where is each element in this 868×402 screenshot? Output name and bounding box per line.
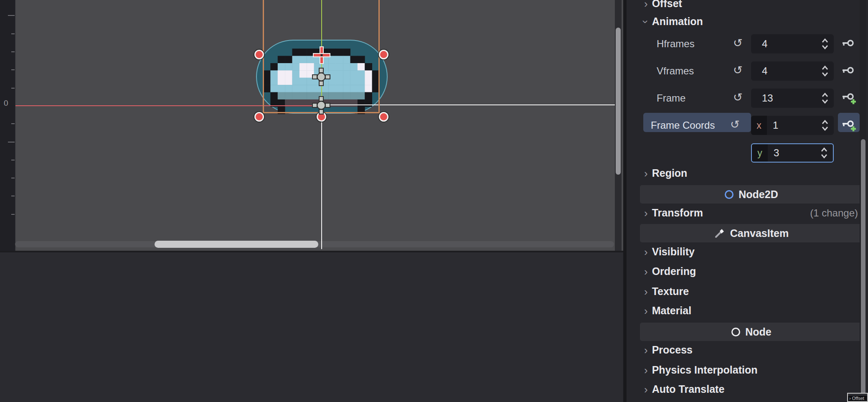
vframes-value-field[interactable]: 4 bbox=[751, 61, 834, 81]
property-row-frame: Frame ↺ 13 bbox=[627, 89, 868, 108]
floating-tooltip: › Offset bbox=[847, 393, 868, 402]
vertical-ruler: 0 bbox=[0, 0, 15, 251]
section-process-label: Process bbox=[652, 344, 693, 356]
handle-bottom-left[interactable] bbox=[254, 112, 264, 122]
section-region-label: Region bbox=[652, 167, 688, 179]
section-texture[interactable]: › Texture bbox=[644, 285, 689, 298]
ruler-tick bbox=[11, 123, 15, 124]
key-icon[interactable] bbox=[841, 65, 855, 77]
viewport-hscrollbar-thumb[interactable] bbox=[155, 241, 318, 248]
viewport-vscrollbar-thumb[interactable] bbox=[616, 28, 621, 175]
node-icon bbox=[731, 328, 740, 336]
revert-icon[interactable]: ↺ bbox=[733, 91, 743, 104]
brush-icon bbox=[714, 228, 725, 239]
ruler-tick bbox=[11, 196, 15, 196]
key-insert-icon[interactable] bbox=[841, 120, 856, 135]
key-icon[interactable] bbox=[841, 38, 855, 50]
section-transform[interactable]: › Transform (1 change) bbox=[644, 207, 858, 219]
chevron-right-icon: › bbox=[644, 365, 648, 376]
stepper-icon[interactable] bbox=[821, 92, 829, 104]
chevron-right-icon: › bbox=[644, 345, 648, 356]
property-label: Frame Coords bbox=[651, 120, 715, 131]
handle-left-mid[interactable] bbox=[254, 50, 264, 59]
revert-icon[interactable]: ↺ bbox=[733, 36, 743, 50]
transform-change-count: (1 change) bbox=[810, 207, 858, 219]
property-row-vframes: Vframes ↺ 4 bbox=[627, 61, 868, 81]
ruler-tick bbox=[11, 88, 15, 89]
handle-right-mid[interactable] bbox=[379, 50, 388, 59]
move-gizmo-bottom[interactable] bbox=[312, 96, 330, 114]
ruler-tick bbox=[11, 214, 15, 215]
ruler-tick bbox=[11, 69, 15, 70]
class-header-node[interactable]: Node bbox=[640, 323, 863, 341]
stepper-icon[interactable] bbox=[821, 38, 829, 50]
ruler-tick bbox=[11, 178, 15, 178]
section-process[interactable]: › Process bbox=[644, 344, 693, 356]
animation-panel: 0.8 Animation walkDown A Edit Add Track bbox=[0, 251, 623, 402]
origin-cross-marker[interactable] bbox=[312, 46, 331, 64]
vframes-value: 4 bbox=[762, 65, 821, 77]
section-material[interactable]: › Material bbox=[644, 305, 691, 317]
panel-splitter[interactable] bbox=[623, 0, 627, 402]
class-header-label: CanvasItem bbox=[730, 227, 789, 239]
hframes-value-field[interactable]: 4 bbox=[751, 34, 834, 53]
chevron-right-icon: › bbox=[644, 168, 648, 179]
inspector-panel: › Offset › Animation Hframes ↺ 4 Vframes… bbox=[627, 0, 868, 402]
chevron-right-icon: › bbox=[644, 305, 648, 316]
section-animation-label: Animation bbox=[652, 15, 703, 28]
frame-value-field[interactable]: 13 bbox=[751, 89, 834, 108]
ruler-origin-label: 0 bbox=[4, 99, 8, 108]
node2d-icon bbox=[725, 190, 733, 199]
ruler-tick bbox=[11, 51, 15, 52]
y-axis-white-line bbox=[321, 120, 322, 248]
frame-coords-x-value: 1 bbox=[773, 120, 821, 131]
property-label: Vframes bbox=[657, 65, 694, 77]
ruler-tick bbox=[11, 160, 15, 160]
revert-icon[interactable]: ↺ bbox=[730, 118, 740, 131]
section-animation[interactable]: › Animation bbox=[644, 15, 703, 28]
frame-coords-y-value: 3 bbox=[774, 147, 820, 159]
class-header-node2d[interactable]: Node2D bbox=[640, 185, 863, 204]
stepper-icon[interactable] bbox=[821, 65, 829, 77]
property-label: Hframes bbox=[657, 38, 695, 50]
frame-coords-y-field[interactable]: y 3 bbox=[751, 143, 834, 163]
handle-bottom-right[interactable] bbox=[379, 112, 388, 122]
frame-coords-x-field[interactable]: x 1 bbox=[751, 116, 834, 135]
section-auto-translate[interactable]: › Auto Translate bbox=[644, 383, 724, 395]
class-header-label: Node bbox=[745, 326, 772, 338]
section-region[interactable]: › Region bbox=[644, 167, 687, 179]
chevron-right-icon: › bbox=[644, 286, 648, 297]
inspector-scrollbar-thumb[interactable] bbox=[861, 139, 865, 397]
key-insert-icon[interactable] bbox=[841, 92, 856, 107]
class-header-label: Node2D bbox=[739, 188, 778, 201]
section-visibility[interactable]: › Visibility bbox=[644, 246, 695, 258]
chevron-right-icon: › bbox=[644, 0, 648, 9]
section-offset-label: Offset bbox=[652, 0, 682, 10]
move-gizmo-center[interactable] bbox=[312, 68, 330, 86]
section-auto-translate-label: Auto Translate bbox=[652, 383, 725, 395]
y-component-label: y bbox=[752, 144, 768, 162]
section-ordering[interactable]: › Ordering bbox=[644, 265, 696, 277]
section-visibility-label: Visibility bbox=[652, 246, 695, 258]
stepper-icon[interactable] bbox=[820, 147, 828, 159]
revert-icon[interactable]: ↺ bbox=[733, 64, 743, 77]
section-ordering-label: Ordering bbox=[652, 265, 696, 277]
property-row-frame-coords-y: y 3 bbox=[627, 143, 868, 163]
floating-tooltip-label: › Offset bbox=[848, 396, 864, 401]
section-offset[interactable]: › Offset bbox=[644, 0, 682, 10]
chevron-right-icon: › bbox=[644, 247, 648, 257]
section-material-label: Material bbox=[652, 305, 691, 317]
y-axis-white-line-over-scrollbar bbox=[321, 239, 322, 249]
property-row-hframes: Hframes ↺ 4 bbox=[627, 34, 868, 53]
2d-viewport[interactable]: 0 bbox=[0, 0, 623, 251]
chevron-right-icon: › bbox=[644, 266, 648, 277]
ruler-tick bbox=[8, 15, 15, 16]
chevron-down-icon: › bbox=[640, 20, 651, 23]
x-component-label: x bbox=[751, 116, 767, 135]
class-header-canvasitem[interactable]: CanvasItem bbox=[640, 224, 863, 242]
stepper-icon[interactable] bbox=[821, 119, 829, 132]
property-row-frame-coords: Frame Coords ↺ x 1 bbox=[627, 116, 868, 135]
section-texture-label: Texture bbox=[652, 285, 689, 298]
section-transform-label: Transform bbox=[652, 207, 703, 219]
section-physics-interpolation[interactable]: › Physics Interpolation bbox=[644, 364, 758, 376]
